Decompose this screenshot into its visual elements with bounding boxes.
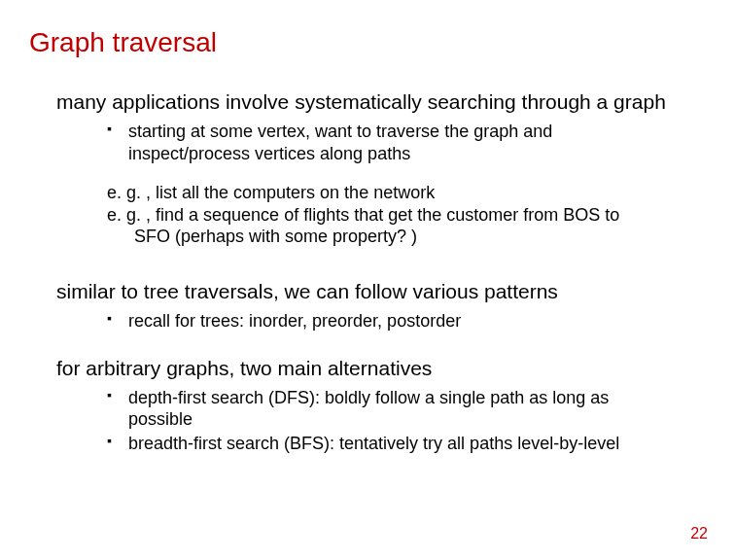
bullet-list-3: depth-first search (DFS): boldly follow … [107, 387, 677, 455]
section-intro-3: for arbitrary graphs, two main alternati… [56, 356, 686, 381]
example-line: e. g. , list all the computers on the ne… [107, 182, 677, 204]
bullet-item: depth-first search (DFS): boldly follow … [107, 387, 677, 431]
section-intro-2: similar to tree traversals, we can follo… [56, 279, 686, 304]
examples-block: e. g. , list all the computers on the ne… [107, 182, 677, 248]
bullet-list-2: recall for trees: inorder, preorder, pos… [107, 310, 677, 332]
example-line: e. g. , find a sequence of flights that … [107, 204, 677, 227]
bullet-list-1: starting at some vertex, want to travers… [107, 121, 677, 164]
bullet-item: recall for trees: inorder, preorder, pos… [107, 310, 677, 332]
page-number: 22 [690, 525, 708, 542]
section-intro-1: many applications involve systematically… [56, 89, 686, 115]
slide-title: Graph traversal [29, 27, 706, 58]
example-continuation: SFO (perhaps with some property? ) [107, 226, 677, 248]
bullet-item: breadth-first search (BFS): tentatively … [107, 433, 677, 455]
bullet-item: starting at some vertex, want to travers… [107, 121, 677, 164]
